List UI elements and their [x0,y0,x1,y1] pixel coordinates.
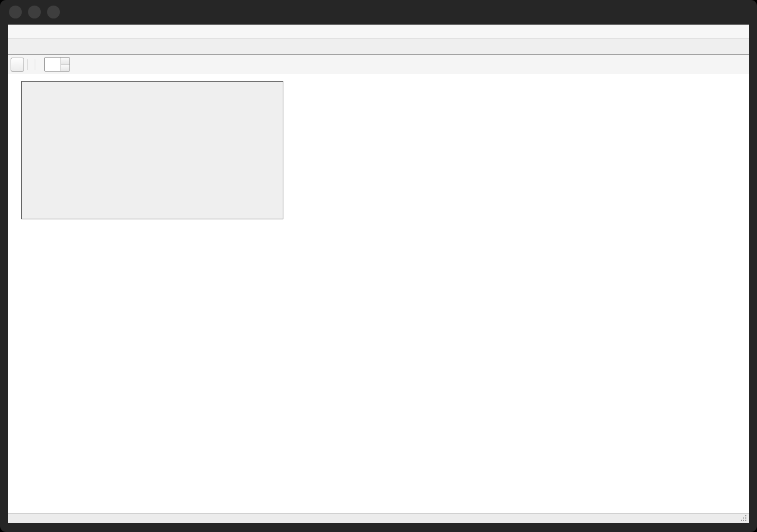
titlebar[interactable] [0,0,757,25]
maximize-icon[interactable] [47,6,60,18]
tab-bar [8,39,749,55]
close-icon[interactable] [9,6,22,18]
toolbar [8,55,749,74]
stepper-arrows [60,58,69,71]
minimize-icon[interactable] [28,6,41,18]
stacked-diagrams-value[interactable] [45,58,60,71]
stacked-diagrams-stepper[interactable] [44,57,70,72]
spin-down-icon[interactable] [61,65,69,72]
status-bar [8,513,749,523]
toolbar-separator [27,59,28,70]
menubar [8,25,749,39]
resize-grip-icon[interactable] [745,520,746,521]
window-title [0,0,757,25]
export-as-button[interactable] [11,58,24,72]
toolbar-separator [35,59,35,70]
app-window [0,0,757,532]
spin-up-icon[interactable] [61,58,69,65]
chart-region [8,74,749,513]
chart-legend [21,81,283,219]
window-content [8,25,749,523]
window-controls [9,6,60,18]
